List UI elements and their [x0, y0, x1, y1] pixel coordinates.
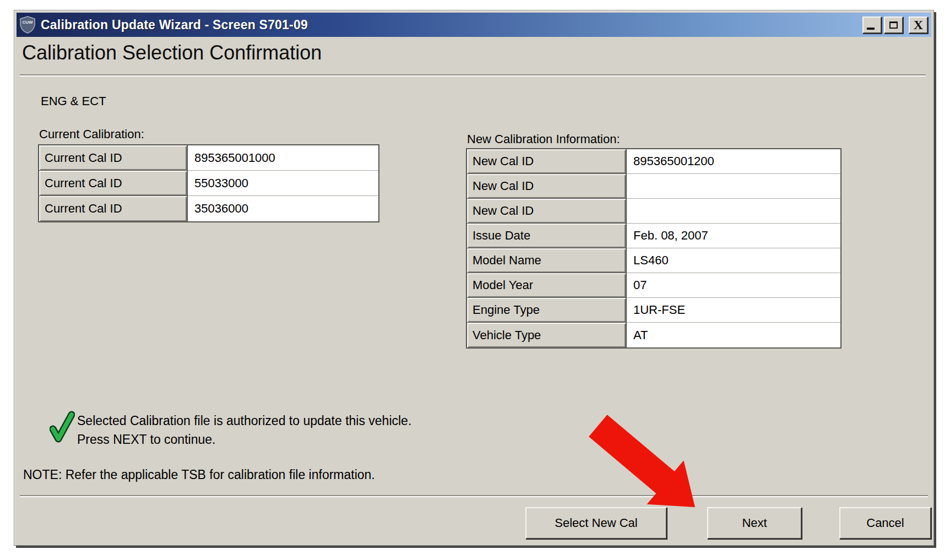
table-row: New Cal ID 895365001200: [467, 149, 840, 174]
current-calibration-table: Current Cal ID 895365001000 Current Cal …: [38, 144, 379, 222]
calibration-update-wizard-window: CUW Calibration Update Wizard - Screen S…: [14, 10, 934, 546]
check-icon: [50, 408, 75, 443]
table-row: Model Name LS460: [467, 248, 840, 273]
row-label: Current Cal ID: [39, 145, 188, 171]
cuw-icon-label: CUW: [22, 20, 33, 25]
next-button[interactable]: Next: [707, 507, 802, 539]
row-value: 895365001000: [188, 145, 378, 171]
row-value: [627, 174, 840, 199]
row-value: 895365001200: [627, 149, 840, 174]
section-label: ENG & ECT: [41, 94, 106, 108]
row-value: AT: [627, 323, 840, 347]
minimize-icon: [867, 28, 875, 30]
row-label: New Cal ID: [467, 149, 627, 174]
page-title: Calibration Selection Confirmation: [22, 41, 322, 64]
new-calibration-caption: New Calibration Information:: [467, 132, 620, 146]
current-calibration-caption: Current Calibration:: [39, 127, 144, 142]
row-value: 1UR-FSE: [627, 298, 840, 323]
row-value: 07: [627, 273, 840, 298]
table-row: Vehicle Type AT: [467, 323, 840, 347]
window-title: Calibration Update Wizard - Screen S701-…: [41, 18, 308, 32]
row-value: 35036000: [188, 196, 378, 221]
status-text: Selected Calibration file is authorized …: [77, 408, 411, 449]
table-row: New Cal ID: [467, 199, 840, 224]
status-line-2: Press NEXT to continue.: [77, 430, 411, 449]
row-label: Current Cal ID: [39, 171, 188, 196]
row-value: [627, 199, 840, 224]
close-button[interactable]: X: [909, 17, 928, 34]
select-new-cal-button[interactable]: Select New Cal: [525, 507, 667, 539]
note-text: NOTE: Refer the applicable TSB for calib…: [23, 467, 375, 482]
authorization-status: Selected Calibration file is authorized …: [50, 408, 411, 449]
close-icon: X: [914, 18, 923, 31]
table-row: Current Cal ID 35036000: [39, 196, 378, 221]
table-row: New Cal ID: [467, 174, 840, 199]
row-value: LS460: [627, 248, 840, 273]
row-label: Issue Date: [467, 224, 627, 248]
red-arrow-pointer: [582, 407, 712, 517]
row-label: New Cal ID: [467, 199, 627, 224]
status-line-1: Selected Calibration file is authorized …: [77, 411, 411, 430]
row-value: Feb. 08, 2007: [627, 224, 840, 248]
cancel-button[interactable]: Cancel: [839, 507, 931, 539]
window-controls: X: [862, 17, 928, 34]
table-row: Model Year 07: [467, 273, 840, 298]
row-label: Current Cal ID: [39, 196, 188, 221]
maximize-button[interactable]: [884, 17, 903, 34]
bottom-separator: [20, 495, 928, 497]
row-label: Vehicle Type: [467, 323, 627, 347]
row-label: Model Name: [467, 248, 627, 273]
row-label: Engine Type: [467, 298, 627, 323]
table-row: Issue Date Feb. 08, 2007: [467, 224, 840, 248]
row-label: New Cal ID: [467, 174, 627, 199]
table-row: Current Cal ID 55033000: [39, 171, 378, 196]
table-row: Current Cal ID 895365001000: [39, 145, 378, 171]
new-calibration-table: New Cal ID 895365001200 New Cal ID New C…: [466, 148, 842, 349]
maximize-icon: [889, 21, 898, 29]
top-separator: [20, 74, 926, 77]
table-row: Engine Type 1UR-FSE: [467, 298, 840, 323]
cuw-shield-icon: CUW: [20, 16, 35, 34]
row-value: 55033000: [188, 171, 378, 196]
minimize-button[interactable]: [862, 17, 882, 34]
titlebar[interactable]: CUW Calibration Update Wizard - Screen S…: [17, 13, 931, 37]
row-label: Model Year: [467, 273, 627, 298]
